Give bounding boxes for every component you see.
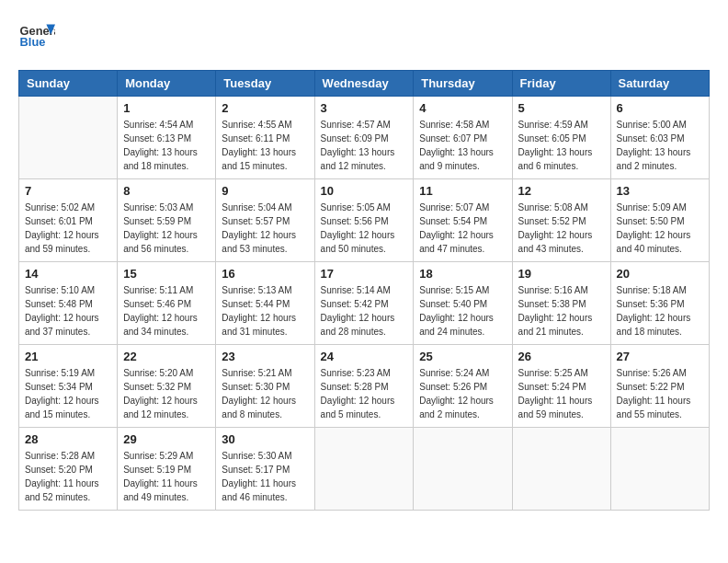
calendar-day-cell: 26Sunrise: 5:25 AMSunset: 5:24 PMDayligh…	[512, 345, 610, 428]
calendar-week-row: 7Sunrise: 5:02 AMSunset: 6:01 PMDaylight…	[19, 179, 710, 262]
day-number: 8	[123, 184, 210, 198]
day-info: Sunrise: 5:11 AMSunset: 5:46 PMDaylight:…	[123, 283, 210, 339]
day-info: Sunrise: 5:21 AMSunset: 5:30 PMDaylight:…	[222, 366, 308, 421]
day-number: 23	[222, 350, 308, 363]
day-number: 3	[321, 101, 408, 115]
day-number: 13	[617, 184, 703, 198]
calendar-day-cell: 9Sunrise: 5:04 AMSunset: 5:57 PMDaylight…	[216, 179, 314, 262]
calendar-day-cell	[314, 428, 414, 511]
calendar-day-cell: 1Sunrise: 4:54 AMSunset: 6:13 PMDaylight…	[118, 97, 216, 179]
day-number: 24	[321, 350, 408, 363]
day-info: Sunrise: 4:59 AMSunset: 6:05 PMDaylight:…	[518, 118, 605, 173]
calendar-week-row: 28Sunrise: 5:28 AMSunset: 5:20 PMDayligh…	[19, 428, 710, 511]
calendar-week-row: 14Sunrise: 5:10 AMSunset: 5:48 PMDayligh…	[19, 262, 710, 345]
day-info: Sunrise: 5:28 AMSunset: 5:20 PMDaylight:…	[25, 449, 111, 504]
weekday-header: Tuesday	[216, 71, 314, 97]
day-number: 14	[25, 267, 111, 281]
calendar-day-cell: 3Sunrise: 4:57 AMSunset: 6:09 PMDaylight…	[314, 97, 414, 179]
day-info: Sunrise: 5:20 AMSunset: 5:32 PMDaylight:…	[123, 366, 210, 421]
day-number: 19	[518, 267, 605, 281]
calendar-table: SundayMondayTuesdayWednesdayThursdayFrid…	[18, 70, 710, 511]
day-info: Sunrise: 5:25 AMSunset: 5:24 PMDaylight:…	[518, 366, 605, 421]
day-number: 28	[25, 432, 111, 446]
svg-text:Blue: Blue	[20, 35, 46, 49]
day-info: Sunrise: 4:58 AMSunset: 6:07 PMDaylight:…	[419, 118, 506, 173]
day-number: 20	[617, 267, 703, 281]
day-number: 26	[518, 350, 605, 363]
calendar-day-cell: 21Sunrise: 5:19 AMSunset: 5:34 PMDayligh…	[19, 345, 118, 428]
day-number: 5	[518, 101, 605, 115]
calendar-day-cell: 11Sunrise: 5:07 AMSunset: 5:54 PMDayligh…	[414, 179, 512, 262]
day-info: Sunrise: 4:55 AMSunset: 6:11 PMDaylight:…	[222, 118, 308, 173]
calendar-day-cell: 13Sunrise: 5:09 AMSunset: 5:50 PMDayligh…	[610, 179, 709, 262]
day-number: 27	[617, 350, 703, 363]
day-number: 6	[617, 101, 703, 115]
calendar-day-cell: 20Sunrise: 5:18 AMSunset: 5:36 PMDayligh…	[610, 262, 709, 345]
day-number: 9	[222, 184, 308, 198]
day-info: Sunrise: 5:00 AMSunset: 6:03 PMDaylight:…	[617, 118, 703, 173]
calendar-day-cell	[610, 428, 709, 511]
calendar-week-row: 21Sunrise: 5:19 AMSunset: 5:34 PMDayligh…	[19, 345, 710, 428]
calendar-day-cell: 4Sunrise: 4:58 AMSunset: 6:07 PMDaylight…	[414, 97, 512, 179]
calendar-header-row: SundayMondayTuesdayWednesdayThursdayFrid…	[19, 71, 710, 97]
calendar-day-cell: 6Sunrise: 5:00 AMSunset: 6:03 PMDaylight…	[610, 97, 709, 179]
calendar-day-cell	[19, 97, 118, 179]
day-number: 29	[123, 432, 210, 446]
day-info: Sunrise: 5:09 AMSunset: 5:50 PMDaylight:…	[617, 201, 703, 256]
day-number: 21	[25, 350, 111, 363]
calendar-day-cell: 23Sunrise: 5:21 AMSunset: 5:30 PMDayligh…	[216, 345, 314, 428]
weekday-header: Saturday	[610, 71, 709, 97]
calendar-day-cell: 14Sunrise: 5:10 AMSunset: 5:48 PMDayligh…	[19, 262, 118, 345]
day-info: Sunrise: 5:10 AMSunset: 5:48 PMDaylight:…	[25, 283, 111, 339]
calendar-day-cell: 19Sunrise: 5:16 AMSunset: 5:38 PMDayligh…	[512, 262, 610, 345]
day-info: Sunrise: 5:07 AMSunset: 5:54 PMDaylight:…	[419, 201, 506, 256]
calendar-day-cell: 2Sunrise: 4:55 AMSunset: 6:11 PMDaylight…	[216, 97, 314, 179]
calendar-day-cell: 7Sunrise: 5:02 AMSunset: 6:01 PMDaylight…	[19, 179, 118, 262]
day-number: 15	[123, 267, 210, 281]
weekday-header: Thursday	[414, 71, 512, 97]
day-number: 25	[419, 350, 506, 363]
day-number: 4	[419, 101, 506, 115]
day-number: 17	[321, 267, 408, 281]
calendar-day-cell: 8Sunrise: 5:03 AMSunset: 5:59 PMDaylight…	[118, 179, 216, 262]
weekday-header: Wednesday	[314, 71, 414, 97]
day-number: 30	[222, 432, 308, 446]
day-number: 1	[123, 101, 210, 115]
day-info: Sunrise: 5:15 AMSunset: 5:40 PMDaylight:…	[419, 283, 506, 339]
day-number: 2	[222, 101, 308, 115]
day-info: Sunrise: 5:13 AMSunset: 5:44 PMDaylight:…	[222, 283, 308, 339]
logo-icon: General Blue	[18, 18, 55, 55]
calendar-day-cell: 27Sunrise: 5:26 AMSunset: 5:22 PMDayligh…	[610, 345, 709, 428]
day-info: Sunrise: 5:02 AMSunset: 6:01 PMDaylight:…	[25, 201, 111, 256]
day-info: Sunrise: 5:26 AMSunset: 5:22 PMDaylight:…	[617, 366, 703, 421]
calendar-day-cell: 22Sunrise: 5:20 AMSunset: 5:32 PMDayligh…	[118, 345, 216, 428]
calendar-week-row: 1Sunrise: 4:54 AMSunset: 6:13 PMDaylight…	[19, 97, 710, 179]
day-number: 18	[419, 267, 506, 281]
day-info: Sunrise: 5:23 AMSunset: 5:28 PMDaylight:…	[321, 366, 408, 421]
day-info: Sunrise: 5:29 AMSunset: 5:19 PMDaylight:…	[123, 449, 210, 504]
calendar-day-cell: 29Sunrise: 5:29 AMSunset: 5:19 PMDayligh…	[118, 428, 216, 511]
day-number: 22	[123, 350, 210, 363]
calendar-day-cell	[414, 428, 512, 511]
day-info: Sunrise: 5:08 AMSunset: 5:52 PMDaylight:…	[518, 201, 605, 256]
calendar-day-cell: 12Sunrise: 5:08 AMSunset: 5:52 PMDayligh…	[512, 179, 610, 262]
day-info: Sunrise: 5:05 AMSunset: 5:56 PMDaylight:…	[321, 201, 408, 256]
day-info: Sunrise: 4:54 AMSunset: 6:13 PMDaylight:…	[123, 118, 210, 173]
day-info: Sunrise: 5:04 AMSunset: 5:57 PMDaylight:…	[222, 201, 308, 256]
logo: General Blue	[18, 18, 55, 55]
calendar-day-cell: 25Sunrise: 5:24 AMSunset: 5:26 PMDayligh…	[414, 345, 512, 428]
day-number: 16	[222, 267, 308, 281]
day-info: Sunrise: 5:16 AMSunset: 5:38 PMDaylight:…	[518, 283, 605, 339]
calendar-day-cell: 5Sunrise: 4:59 AMSunset: 6:05 PMDaylight…	[512, 97, 610, 179]
calendar-day-cell: 28Sunrise: 5:28 AMSunset: 5:20 PMDayligh…	[19, 428, 118, 511]
calendar-day-cell: 18Sunrise: 5:15 AMSunset: 5:40 PMDayligh…	[414, 262, 512, 345]
calendar-day-cell: 16Sunrise: 5:13 AMSunset: 5:44 PMDayligh…	[216, 262, 314, 345]
day-number: 7	[25, 184, 111, 198]
day-info: Sunrise: 5:19 AMSunset: 5:34 PMDaylight:…	[25, 366, 111, 421]
day-info: Sunrise: 5:03 AMSunset: 5:59 PMDaylight:…	[123, 201, 210, 256]
weekday-header: Sunday	[19, 71, 118, 97]
calendar-day-cell	[512, 428, 610, 511]
day-info: Sunrise: 5:24 AMSunset: 5:26 PMDaylight:…	[419, 366, 506, 421]
weekday-header: Friday	[512, 71, 610, 97]
calendar-day-cell: 24Sunrise: 5:23 AMSunset: 5:28 PMDayligh…	[314, 345, 414, 428]
